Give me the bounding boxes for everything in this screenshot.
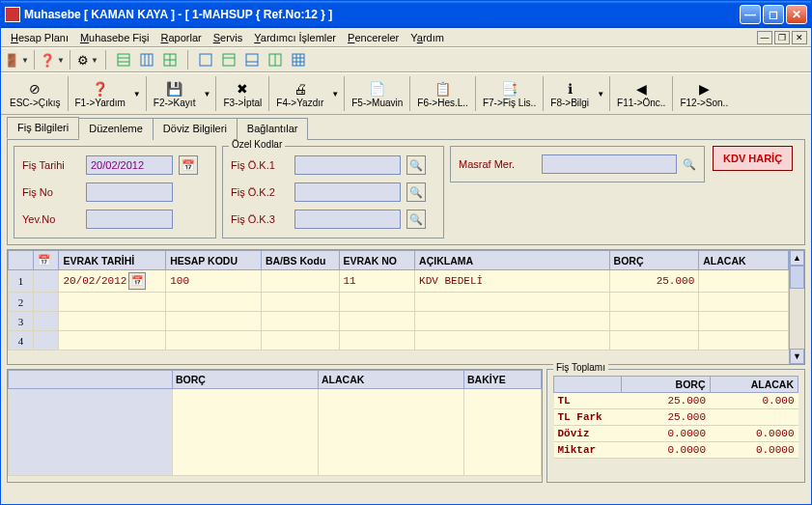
ok1-lookup-icon[interactable]: 🔍 bbox=[406, 155, 426, 175]
f5-muavin-button[interactable]: 📄F5->Muavin bbox=[347, 74, 407, 113]
menu-muhasebe-fisi[interactable]: Muhasebe Fişi bbox=[74, 30, 155, 45]
f8-dropdown[interactable]: ▼ bbox=[594, 90, 607, 98]
grid-icon-4[interactable] bbox=[196, 50, 215, 70]
ok3-input[interactable] bbox=[294, 210, 401, 229]
cell-borc[interactable]: 25.000 bbox=[609, 270, 699, 293]
yev-no-input[interactable] bbox=[86, 210, 173, 229]
menu-servis[interactable]: Servis bbox=[208, 30, 249, 45]
table-row[interactable]: 3 bbox=[9, 312, 789, 331]
masraf-input[interactable] bbox=[542, 154, 677, 174]
cell-borc[interactable] bbox=[609, 293, 699, 312]
grid-header-aciklama[interactable]: AÇIKLAMA bbox=[415, 251, 609, 270]
tab-baglantilar[interactable]: Bağlantılar bbox=[237, 118, 309, 140]
f4-dropdown[interactable]: ▼ bbox=[328, 90, 342, 98]
exit-icon[interactable]: 🚪▼ bbox=[7, 50, 26, 70]
cell-alacak[interactable] bbox=[699, 270, 789, 293]
grid-icon-7[interactable] bbox=[266, 50, 285, 70]
grid-icon-8[interactable] bbox=[289, 50, 308, 70]
config-icon[interactable]: ⚙▼ bbox=[78, 50, 98, 70]
date-picker-icon[interactable]: 📅 bbox=[128, 272, 146, 290]
menu-yardimci[interactable]: Yardımcı İşlemler bbox=[248, 30, 342, 45]
menu-raporlar[interactable]: Raporlar bbox=[154, 30, 207, 45]
menu-yardim[interactable]: Yardım bbox=[405, 30, 450, 45]
cell-aciklama[interactable] bbox=[415, 293, 609, 312]
cell-evrak-tarihi[interactable] bbox=[59, 293, 166, 312]
scroll-thumb[interactable] bbox=[790, 266, 804, 289]
menu-hesap-plani[interactable]: Hesap Planı bbox=[5, 30, 74, 45]
cell-evrak-no[interactable] bbox=[339, 331, 415, 351]
cell-evrak-tarihi[interactable]: 20/02/2012📅 bbox=[59, 270, 166, 293]
cell-evrak-no[interactable]: 11 bbox=[339, 270, 415, 293]
table-row[interactable]: 120/02/2012📅10011KDV BEDELİ25.000 bbox=[9, 270, 789, 293]
minimize-button[interactable]: — bbox=[740, 5, 761, 24]
grid-icon-6[interactable] bbox=[242, 50, 262, 70]
cell-borc[interactable] bbox=[609, 312, 699, 331]
f6-hesl-button[interactable]: 📋F6->Hes.L.. bbox=[412, 74, 473, 113]
grid-icon-1[interactable] bbox=[114, 50, 133, 70]
grid-header-alacak[interactable]: ALACAK bbox=[699, 251, 789, 270]
f8-info-button[interactable]: ℹF8->Bilgi bbox=[546, 74, 594, 113]
cell-evrak-tarihi[interactable] bbox=[59, 312, 166, 331]
entry-grid[interactable]: 📅 EVRAK TARİHİ HESAP KODU BA/BS Kodu EVR… bbox=[8, 250, 789, 351]
mdi-restore-button[interactable]: ❐ bbox=[774, 31, 790, 44]
cell-aciklama[interactable]: KDV BEDELİ bbox=[415, 270, 609, 293]
tab-fis-bilgileri[interactable]: Fiş Bilgileri bbox=[7, 117, 79, 139]
f12-next-button[interactable]: ▶F12->Son.. bbox=[675, 74, 733, 113]
grid-header-selector[interactable] bbox=[9, 251, 34, 270]
esc-exit-button[interactable]: ⊘ESC->Çıkış bbox=[5, 74, 66, 113]
fis-tarihi-input[interactable] bbox=[86, 155, 173, 175]
cell-alacak[interactable] bbox=[699, 331, 789, 351]
f1-help-button[interactable]: ❓F1->Yardım bbox=[70, 74, 130, 113]
f1-dropdown[interactable]: ▼ bbox=[130, 90, 144, 98]
help-icon[interactable]: ❓▼ bbox=[42, 50, 62, 70]
cell-evrak-no[interactable] bbox=[339, 312, 415, 331]
masraf-lookup-icon[interactable]: 🔍 bbox=[683, 158, 696, 171]
tab-doviz[interactable]: Döviz Bilgileri bbox=[153, 118, 238, 140]
f2-dropdown[interactable]: ▼ bbox=[200, 90, 213, 98]
ok1-input[interactable] bbox=[294, 155, 401, 175]
grid-scrollbar[interactable]: ▲ ▼ bbox=[789, 250, 804, 364]
f4-print-button[interactable]: 🖨F4->Yazdır bbox=[271, 74, 328, 113]
grid-icon-3[interactable] bbox=[160, 50, 180, 70]
grid-header-borc[interactable]: BORÇ bbox=[609, 251, 699, 270]
grid-icon-5[interactable] bbox=[219, 50, 238, 70]
f11-prev-button[interactable]: ◀F11->Önc.. bbox=[612, 74, 670, 113]
cell-aciklama[interactable] bbox=[415, 331, 609, 351]
cell-alacak[interactable] bbox=[699, 293, 789, 312]
f7-fislis-button[interactable]: 📑F7->Fiş Lis.. bbox=[478, 74, 541, 113]
cell-evrak-no[interactable] bbox=[339, 293, 415, 312]
cell-babs[interactable] bbox=[261, 293, 339, 312]
cell-hesap-kodu[interactable] bbox=[166, 331, 262, 351]
cell-evrak-tarihi[interactable] bbox=[59, 331, 166, 351]
grid-header-evrak-tarihi[interactable]: EVRAK TARİHİ bbox=[59, 251, 166, 270]
ok2-input[interactable] bbox=[294, 182, 401, 202]
cell-borc[interactable] bbox=[609, 331, 699, 351]
table-row[interactable]: 4 bbox=[9, 331, 789, 351]
mdi-minimize-button[interactable]: — bbox=[757, 31, 772, 44]
cell-hesap-kodu[interactable] bbox=[166, 293, 262, 312]
cell-aciklama[interactable] bbox=[415, 312, 609, 331]
f3-cancel-button[interactable]: ✖F3->İptal bbox=[218, 74, 266, 113]
f2-save-button[interactable]: 💾F2->Kayıt bbox=[149, 74, 201, 113]
cell-alacak[interactable] bbox=[699, 312, 789, 331]
grid-header-hesap-kodu[interactable]: HESAP KODU bbox=[166, 251, 262, 270]
grid-header-babs[interactable]: BA/BS Kodu bbox=[261, 251, 339, 270]
cell-babs[interactable] bbox=[261, 270, 339, 293]
grid-icon-2[interactable] bbox=[137, 50, 156, 70]
ok3-lookup-icon[interactable]: 🔍 bbox=[406, 210, 426, 229]
cell-babs[interactable] bbox=[261, 331, 339, 351]
cell-hesap-kodu[interactable]: 100 bbox=[166, 270, 262, 293]
grid-header-evrak-no[interactable]: EVRAK NO bbox=[339, 251, 415, 270]
cell-babs[interactable] bbox=[261, 312, 339, 331]
scroll-down-button[interactable]: ▼ bbox=[790, 349, 804, 364]
tab-duzenleme[interactable]: Düzenleme bbox=[78, 118, 154, 140]
maximize-button[interactable]: ◻ bbox=[763, 5, 784, 24]
close-button[interactable]: ✕ bbox=[786, 5, 807, 24]
grid-header-indicator[interactable]: 📅 bbox=[34, 251, 59, 270]
fis-tarihi-picker[interactable]: 📅 bbox=[179, 155, 198, 175]
scroll-up-button[interactable]: ▲ bbox=[790, 250, 804, 266]
menu-pencereler[interactable]: Pencereler bbox=[342, 30, 405, 45]
cell-hesap-kodu[interactable] bbox=[166, 312, 262, 331]
mdi-close-button[interactable]: ✕ bbox=[792, 31, 807, 44]
table-row[interactable]: 2 bbox=[9, 293, 789, 312]
